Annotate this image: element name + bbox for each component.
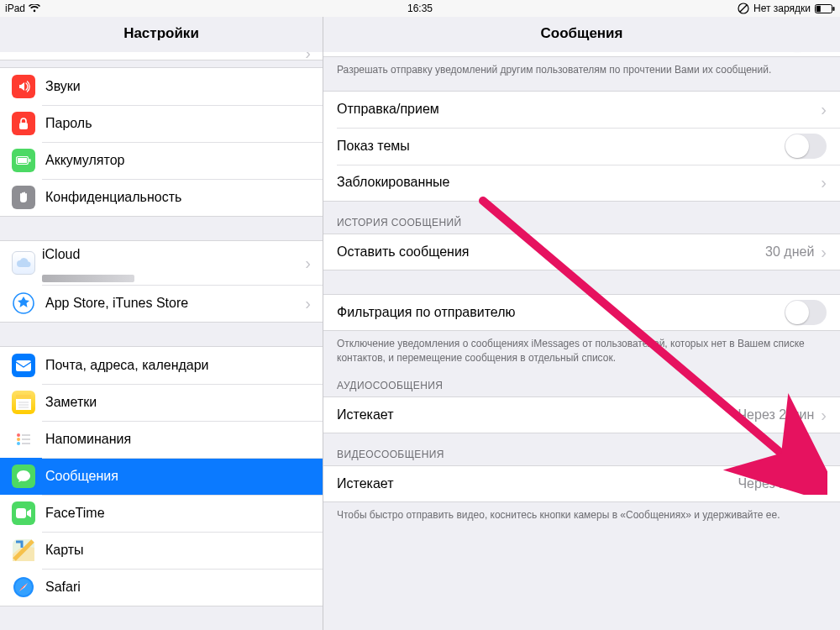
battery-icon	[12, 149, 35, 172]
chevron-right-icon: ›	[821, 475, 827, 492]
sounds-icon	[12, 75, 35, 98]
sidebar-item-appstore[interactable]: App Store, iTunes Store ›	[0, 285, 323, 322]
no-charge-icon	[738, 3, 749, 14]
sidebar-title: Настройки	[0, 17, 323, 52]
sidebar-item-label: Карты	[45, 543, 84, 558]
svg-rect-3	[816, 5, 821, 11]
lock-icon	[12, 112, 35, 135]
sidebar-item-mail[interactable]: Почта, адреса, календари	[0, 347, 323, 384]
show-subject-switch[interactable]	[785, 134, 827, 159]
row-read-receipts[interactable]: -	[323, 52, 840, 57]
chevron-right-icon: ›	[821, 407, 827, 423]
svg-line-1	[740, 5, 747, 12]
sidebar-item-reminders[interactable]: Напоминания	[0, 421, 323, 458]
cell-value: 30 дней	[765, 244, 814, 260]
read-receipts-footer: Разрешать отправку уведомлений другим по…	[323, 57, 840, 77]
sidebar-item-messages[interactable]: Сообщения	[0, 458, 323, 495]
sidebar-item-label: Почта, адреса, календари	[45, 358, 209, 373]
svg-point-16	[17, 433, 20, 437]
svg-rect-7	[18, 158, 27, 163]
cell-title: Оставить сообщения	[337, 244, 470, 260]
sidebar-item-label: Напоминания	[45, 432, 131, 447]
maps-icon	[12, 538, 35, 562]
video-footer: Чтобы быстро отправить видео, коснитесь …	[323, 502, 840, 522]
clock-label: 16:35	[407, 3, 433, 14]
svg-rect-8	[29, 159, 31, 162]
charge-label: Нет зарядки	[753, 3, 811, 14]
detail-pane: Сообщения - Разрешать отправку уведомлен…	[323, 17, 840, 630]
row-keep-messages[interactable]: Оставить сообщения 30 дней ›	[323, 234, 840, 270]
sidebar-item-label: Safari	[45, 580, 81, 595]
sidebar-item-sounds[interactable]: Звуки	[0, 68, 323, 105]
sidebar-item-maps[interactable]: Карты	[0, 532, 323, 569]
svg-rect-11	[16, 395, 31, 398]
cell-title: Фильтрация по отправителю	[337, 305, 516, 320]
settings-sidebar: Настройки › Звуки Пароль	[0, 17, 323, 630]
svg-rect-4	[833, 7, 835, 11]
chevron-right-icon: ›	[821, 174, 827, 191]
wifi-icon	[29, 4, 40, 13]
sidebar-item-facetime[interactable]: FaceTime	[0, 495, 323, 532]
history-header: ИСТОРИЯ СООБЩЕНИЙ	[323, 202, 840, 234]
notes-icon	[12, 391, 35, 414]
filter-sender-switch[interactable]	[785, 300, 827, 325]
row-blocked[interactable]: Заблокированные ›	[323, 165, 840, 202]
cell-title: Показ темы	[337, 139, 410, 154]
sidebar-item-notes[interactable]: Заметки	[0, 384, 323, 421]
chevron-right-icon: ›	[305, 52, 311, 61]
sidebar-item-passcode[interactable]: Пароль	[0, 105, 323, 142]
cell-title: Истекает	[337, 476, 394, 491]
filter-footer: Отключение уведомления о сообщениях iMes…	[323, 331, 840, 365]
svg-rect-22	[16, 508, 26, 518]
sidebar-item-label: FaceTime	[45, 506, 105, 521]
svg-point-17	[17, 438, 20, 441]
row-show-subject[interactable]: Показ темы	[323, 128, 840, 165]
cloud-icon	[12, 251, 35, 275]
svg-rect-5	[19, 123, 28, 129]
audio-header: АУДИОСООБЩЕНИЯ	[323, 365, 840, 396]
sidebar-item-label: Сообщения	[45, 469, 118, 484]
sidebar-item-safari[interactable]: Safari	[0, 569, 323, 606]
mail-icon	[12, 354, 35, 377]
device-label: iPad	[5, 3, 25, 14]
sidebar-item-cutoff[interactable]: ›	[0, 52, 323, 60]
safari-icon	[12, 575, 35, 599]
sidebar-item-label: Звуки	[45, 79, 81, 94]
video-header: ВИДЕОСООБЩЕНИЯ	[323, 433, 840, 465]
sidebar-item-label: iCloud	[42, 247, 80, 262]
sidebar-item-label: Конфиденциальность	[45, 190, 181, 205]
cell-title: Отправка/прием	[337, 102, 439, 117]
sidebar-item-battery[interactable]: Аккумулятор	[0, 142, 323, 179]
messages-icon	[12, 465, 35, 488]
hand-icon	[12, 186, 35, 209]
svg-point-18	[17, 442, 20, 445]
cell-title: Истекает	[337, 407, 394, 423]
row-filter-sender[interactable]: Фильтрация по отправителю	[323, 294, 840, 331]
sidebar-item-label: App Store, iTunes Store	[45, 296, 188, 311]
detail-title: Сообщения	[323, 17, 840, 52]
facetime-icon	[12, 501, 35, 525]
cell-title: Заблокированные	[337, 175, 449, 190]
chevron-right-icon: ›	[821, 244, 827, 260]
row-video-expire[interactable]: Истекает Через 2 мин ›	[323, 465, 840, 502]
appstore-icon	[12, 291, 35, 315]
battery-icon	[815, 4, 835, 13]
row-send-receive[interactable]: Отправка/прием ›	[323, 91, 840, 128]
sidebar-item-icloud[interactable]: iCloud ›	[0, 241, 323, 285]
svg-rect-10	[16, 360, 31, 371]
sidebar-item-label: Заметки	[45, 395, 97, 410]
cell-value: Через 2 мин	[738, 407, 814, 423]
chevron-right-icon: ›	[821, 101, 827, 118]
status-bar: iPad 16:35 Нет зарядки	[0, 0, 840, 17]
chevron-right-icon: ›	[305, 295, 311, 312]
cell-value: Через 2 мин	[738, 476, 814, 491]
sidebar-item-privacy[interactable]: Конфиденциальность	[0, 179, 323, 216]
row-audio-expire[interactable]: Истекает Через 2 мин ›	[323, 396, 840, 433]
sidebar-item-label: Пароль	[45, 116, 92, 131]
reminders-icon	[12, 428, 35, 451]
chevron-right-icon: ›	[305, 255, 311, 271]
sidebar-item-label: Аккумулятор	[45, 153, 124, 168]
icloud-account-redacted	[42, 275, 134, 282]
